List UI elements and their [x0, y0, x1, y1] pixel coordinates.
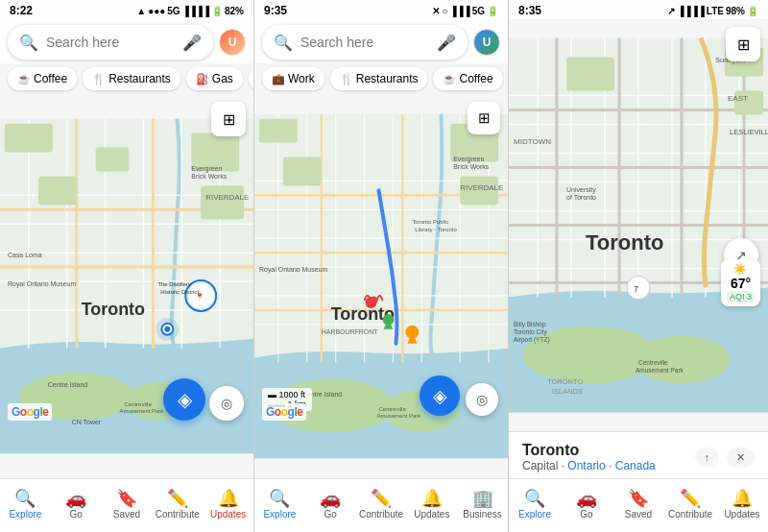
explore-icon-2: 🔍 [269, 490, 290, 507]
nav-go-label-1: Go [70, 509, 83, 520]
restaurants-icon-2: 🍴 [340, 73, 353, 85]
status-bar-2: 9:35 ✕ ○ ▐▐▐ 5G 🔋 [254, 0, 508, 19]
navigate-icon-2: ◈ [433, 385, 447, 407]
signal-bars-3: ▐▐▐▐ [677, 6, 704, 16]
navigate-fab[interactable]: ◈ [163, 378, 205, 421]
nav-contribute-label-3: Contribute [668, 509, 712, 520]
signal-icon: ●●● [148, 6, 165, 16]
province-link[interactable]: Ontario [567, 459, 605, 472]
country-link[interactable]: Canada [615, 459, 656, 472]
nav-updates-2[interactable]: 🔔 Updates [406, 490, 457, 520]
svg-text:Brick Works: Brick Works [191, 173, 228, 180]
chip-gas-label: Gas [212, 72, 233, 85]
nav-contribute-label-1: Contribute [156, 509, 200, 520]
svg-text:University: University [566, 186, 596, 194]
nav-business-2[interactable]: 🏢 Business [457, 490, 508, 520]
map-area-3[interactable]: Toronto Sunnyb... EAST LESLIEVILLE MIDTO… [509, 19, 768, 431]
navigate-fab-2[interactable]: ◈ [420, 375, 460, 416]
svg-rect-104 [566, 58, 614, 91]
bottom-nav-2: 🔍 Explore 🚗 Go ✏️ Contribute 🔔 Updates 🏢… [254, 478, 508, 532]
weather-aqi: AQI 3 [727, 291, 755, 302]
svg-rect-61 [259, 119, 298, 143]
svg-text:ISLANDS: ISLANDS [552, 387, 583, 396]
time-1: 8:22 [10, 4, 33, 17]
nav-contribute-3[interactable]: ✏️ Contribute [664, 490, 716, 520]
saved-icon-3: 🔖 [628, 490, 649, 507]
location-icon: ▲ [136, 6, 146, 16]
mic-icon-2[interactable]: 🎤 [437, 34, 456, 52]
svg-rect-17 [38, 176, 77, 205]
nav-business-label-2: Business [463, 509, 502, 520]
network-type: 5G [167, 6, 180, 16]
svg-text:of Toronto: of Toronto [566, 194, 596, 201]
svg-text:Centreville: Centreville [379, 406, 407, 412]
nav-explore-1[interactable]: 🔍 Explore [0, 490, 51, 520]
svg-text:EAST: EAST [728, 94, 748, 103]
svg-text:Toronto: Toronto [82, 300, 145, 319]
search-input-2[interactable]: 🔍 Search here 🎤 [262, 25, 468, 60]
chip-gas[interactable]: ⛽ Gas [186, 67, 243, 90]
filter-chips-1: ☕ Coffee 🍴 Restaurants ⛽ Gas 🛒 Groceries [0, 63, 253, 94]
nav-go-3[interactable]: 🚗 Go [561, 490, 612, 520]
contribute-icon-2: ✏️ [371, 490, 392, 507]
nav-explore-3[interactable]: 🔍 Explore [509, 490, 561, 520]
nav-go-1[interactable]: 🚗 Go [51, 490, 102, 520]
nav-saved-label-1: Saved [113, 509, 140, 520]
nav-updates-label-1: Updates [210, 509, 246, 520]
layers-icon-2: ⊞ [478, 109, 491, 127]
chip-coffee[interactable]: ☕ Coffee [8, 67, 77, 90]
go-icon-2: 🚗 [320, 490, 341, 507]
nav-explore-2[interactable]: 🔍 Explore [254, 490, 305, 520]
chip-work[interactable]: 💼 Work [262, 67, 324, 90]
search-input-1[interactable]: 🔍 Search here 🎤 [8, 25, 213, 60]
avatar-1[interactable]: U [219, 29, 246, 56]
layers-btn-3[interactable]: ⊞ [726, 27, 760, 61]
avatar-2[interactable]: U [473, 29, 500, 56]
compass-btn[interactable]: ◎ [209, 386, 244, 421]
compass-btn-2[interactable]: ◎ [466, 383, 498, 416]
svg-text:Evergreen: Evergreen [453, 156, 484, 163]
updates-icon: 🔔 [218, 490, 239, 507]
layers-btn[interactable]: ⊞ [211, 102, 246, 136]
card-title: Toronto [522, 442, 656, 459]
chip-groceries[interactable]: 🛒 Groceries [249, 67, 253, 90]
nav-updates-label-2: Updates [414, 509, 449, 520]
chip-work-label: Work [288, 72, 315, 85]
svg-text:Amusement Park: Amusement Park [120, 408, 164, 414]
nav-contribute-2[interactable]: ✏️ Contribute [356, 490, 407, 520]
layers-btn-2[interactable]: ⊞ [468, 102, 500, 134]
svg-text:7: 7 [634, 284, 638, 294]
map-icon-3: ⊞ [737, 36, 750, 54]
map-area-1[interactable]: Toronto Casa Loma Royal Ontario Museum E… [0, 94, 253, 478]
explore-icon-3: 🔍 [524, 490, 545, 507]
chip-restaurants[interactable]: 🍴 Restaurants [83, 67, 180, 90]
search-placeholder-1: Search here [46, 35, 175, 50]
bottom-card: Toronto Capital · Ontario · Canada ↑ ✕ [509, 431, 768, 478]
search-bar-2: 🔍 Search here 🎤 U [254, 19, 508, 63]
search-icon: 🔍 [19, 34, 38, 52]
mic-icon[interactable]: 🎤 [182, 34, 202, 52]
navigate-icon: ◈ [178, 388, 192, 411]
updates-icon-3: 🔔 [732, 490, 753, 507]
close-btn[interactable]: ✕ [727, 447, 755, 468]
time-2: 9:35 [264, 4, 287, 17]
nav-saved-3[interactable]: 🔖 Saved [612, 490, 664, 520]
svg-text:Toronto Public: Toronto Public [412, 219, 448, 225]
svg-text:Amusement Park: Amusement Park [636, 367, 684, 374]
nav-updates-3[interactable]: 🔔 Updates [716, 490, 768, 520]
nav-go-label-3: Go [580, 509, 592, 520]
chip-restaurants-2[interactable]: 🍴 Restaurants [330, 67, 428, 90]
nav-contribute-1[interactable]: ✏️ Contribute [152, 490, 203, 520]
nav-go-2[interactable]: 🚗 Go [305, 490, 356, 520]
chip-coffee-2[interactable]: ☕ Coffee [433, 67, 502, 90]
chip-coffee-label: Coffee [34, 72, 67, 85]
google-logo-2: Google [262, 403, 306, 421]
svg-point-78 [366, 297, 377, 308]
bottom-nav-3: 🔍 Explore 🚗 Go 🔖 Saved ✏️ Contribute 🔔 U… [509, 478, 768, 532]
map-area-2[interactable]: Toronto Royal Ontario Museum Evergreen B… [254, 94, 508, 478]
time-3: 8:35 [518, 4, 541, 17]
share-btn[interactable]: ↑ [695, 447, 720, 467]
nav-saved-1[interactable]: 🔖 Saved [102, 490, 153, 520]
svg-rect-16 [5, 124, 53, 153]
nav-updates-1[interactable]: 🔔 Updates [203, 490, 253, 520]
